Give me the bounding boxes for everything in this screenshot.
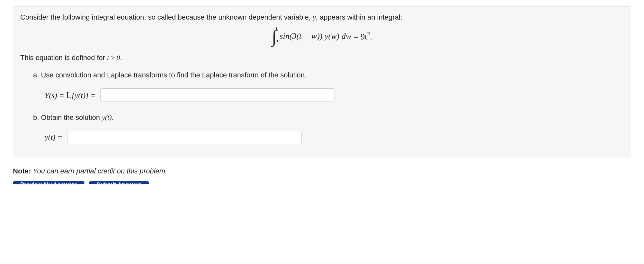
rhs-period: .	[370, 32, 372, 41]
part-b-answer-row: y(t) =	[33, 131, 624, 144]
part-b-prompt-suffix: .	[112, 113, 114, 121]
part-b-prompt-var: y(t)	[102, 113, 112, 121]
page-container: Consider the following integral equation…	[0, 0, 644, 191]
intro-var-y: y	[313, 13, 316, 21]
part-a-label-lhs: Y(s) =	[45, 91, 66, 100]
defined-prefix: This equation is defined for	[20, 54, 107, 62]
problem-box: Consider the following integral equation…	[13, 6, 631, 157]
preview-answers-button[interactable]: Preview My Answers	[13, 181, 85, 184]
integral-sign-icon: ∫	[272, 29, 277, 44]
integrand: sin(3(t − w)) y(w) dw	[280, 31, 351, 41]
part-a-label-braces: {y(t)} =	[72, 91, 96, 100]
note-text: Note: You can earn partial credit on thi…	[13, 167, 631, 175]
part-a-label: Y(s) = L{y(t)} =	[45, 90, 96, 100]
defined-math: t ≥ 0	[107, 54, 120, 62]
intro-suffix: , appears within an integral:	[316, 13, 402, 21]
integral-equation: ∫ t 0 sin(3(t − w)) y(w) dw = 9t2.	[20, 29, 624, 45]
part-b-prompt-prefix: b. Obtain the solution	[33, 113, 102, 121]
part-a-prompt: a. Use convolution and Laplace transform…	[33, 71, 624, 79]
note-bold: Note:	[13, 167, 31, 175]
part-a-input[interactable]	[100, 88, 335, 102]
intro-text: Consider the following integral equation…	[20, 13, 624, 22]
submit-answers-button[interactable]: Submit Answers	[89, 181, 149, 184]
part-b-label: y(t) =	[45, 133, 63, 142]
note-italic: You can earn partial credit on this prob…	[31, 167, 167, 175]
button-row: Preview My Answers Submit Answers	[13, 181, 631, 184]
defined-period: .	[120, 54, 122, 62]
part-b-input[interactable]	[67, 131, 302, 144]
rhs-eq: = 9t	[354, 32, 367, 41]
intro-prefix: Consider the following integral equation…	[20, 13, 313, 21]
part-b: b. Obtain the solution y(t). y(t) =	[20, 113, 624, 144]
part-a: a. Use convolution and Laplace transform…	[20, 71, 624, 102]
integral-wrap: ∫ t 0 sin(3(t − w)) y(w) dw = 9t2.	[272, 29, 372, 44]
part-b-prompt: b. Obtain the solution y(t).	[33, 113, 624, 122]
laplace-script-l: L	[66, 90, 72, 100]
rhs: = 9t2.	[354, 31, 372, 42]
defined-for-text: This equation is defined for t ≥ 0.	[20, 54, 624, 62]
part-a-answer-row: Y(s) = L{y(t)} =	[33, 88, 624, 102]
